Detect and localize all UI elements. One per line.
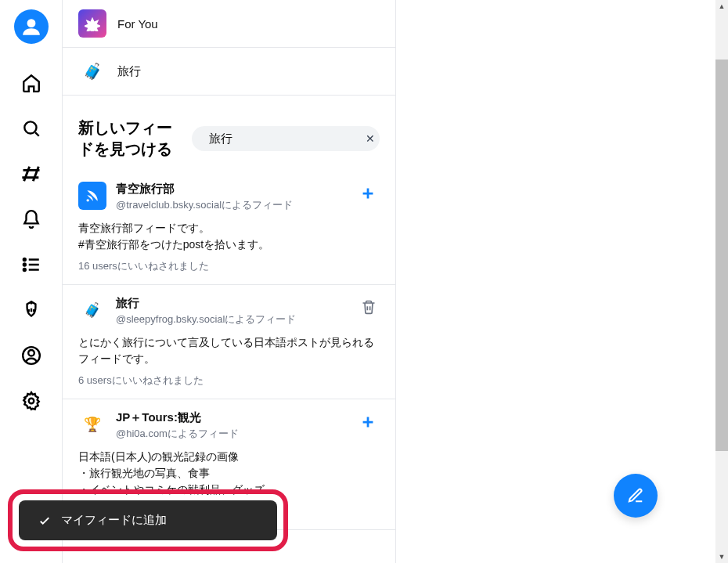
result-likes: 16 usersにいいねされました — [78, 259, 380, 273]
svg-point-3 — [23, 264, 26, 266]
search-clear-icon[interactable]: ✕ — [364, 131, 377, 146]
scrollbar-up-icon[interactable]: ▲ — [715, 0, 728, 13]
result-likes: 6 usersにいいねされました — [78, 374, 380, 388]
compose-button[interactable] — [614, 474, 658, 518]
delete-feed-button[interactable] — [358, 296, 380, 318]
add-feed-button[interactable] — [356, 182, 380, 205]
right-pane — [395, 0, 729, 563]
feed-label: For You — [117, 17, 158, 31]
result-avatar: 🏆 — [78, 410, 106, 438]
sidebar — [0, 0, 63, 563]
result-description: とにかく旅行について言及している日本語ポストが見られるフィードです。 — [78, 334, 380, 367]
search-wrap: ✕ — [192, 126, 380, 151]
nav-home[interactable] — [13, 64, 50, 102]
result-title: 青空旅行部 — [116, 182, 293, 197]
svg-point-0 — [27, 19, 35, 27]
nav-lists[interactable] — [13, 246, 50, 283]
svg-point-7 — [28, 399, 34, 404]
nav-settings[interactable] — [13, 382, 50, 420]
scrollbar-down-icon[interactable]: ▼ — [715, 550, 728, 563]
section-header: 新しいフィードを見つける ✕ — [63, 96, 395, 171]
svg-point-9 — [87, 199, 89, 201]
feed-result-card[interactable]: 青空旅行部 @travelclub.bsky.socialによるフィード 青空旅… — [63, 171, 395, 285]
main-content: For You 🧳 旅行 新しいフィードを見つける ✕ 青空旅行部 @trave… — [63, 0, 395, 563]
result-description: 青空旅行部フィードです。 #青空旅行部をつけたpostを拾います。 — [78, 220, 380, 253]
toast: マイフィードに追加 — [19, 500, 277, 540]
pinned-feed-row[interactable]: 🧳 旅行 — [63, 48, 395, 96]
nav-notifications[interactable] — [13, 200, 50, 238]
feed-icon: 🧳 — [78, 57, 106, 85]
scrollbar-thumb[interactable] — [715, 60, 728, 451]
svg-point-1 — [24, 121, 36, 133]
nav-moderation[interactable] — [13, 291, 50, 329]
result-title: JP＋Tours:観光 — [116, 410, 239, 425]
result-avatar: 🧳 — [78, 296, 106, 324]
nav-feeds[interactable] — [13, 155, 50, 193]
avatar[interactable] — [14, 9, 49, 44]
svg-point-6 — [28, 350, 34, 356]
add-feed-button[interactable] — [356, 410, 380, 434]
toast-highlight: マイフィードに追加 — [8, 489, 288, 551]
svg-point-4 — [23, 269, 26, 271]
feed-label: 旅行 — [117, 64, 141, 79]
result-author: @travelclub.bsky.socialによるフィード — [116, 198, 293, 212]
result-title: 旅行 — [116, 296, 296, 311]
result-avatar — [78, 182, 106, 210]
feed-result-card[interactable]: 🧳 旅行 @sleepyfrog.bsky.socialによるフィード とにかく… — [63, 285, 395, 399]
result-author: @sleepyfrog.bsky.socialによるフィード — [116, 312, 296, 327]
nav-profile[interactable] — [13, 337, 50, 374]
result-author: @hi0a.comによるフィード — [116, 427, 239, 441]
nav-search[interactable] — [13, 110, 50, 147]
section-title: 新しいフィードを見つける — [78, 117, 182, 160]
check-icon — [38, 514, 52, 528]
search-input[interactable] — [209, 132, 358, 146]
feed-icon — [78, 9, 106, 38]
svg-point-2 — [23, 258, 26, 261]
pinned-feed-row[interactable]: For You — [63, 0, 395, 48]
toast-message: マイフィードに追加 — [61, 513, 167, 528]
